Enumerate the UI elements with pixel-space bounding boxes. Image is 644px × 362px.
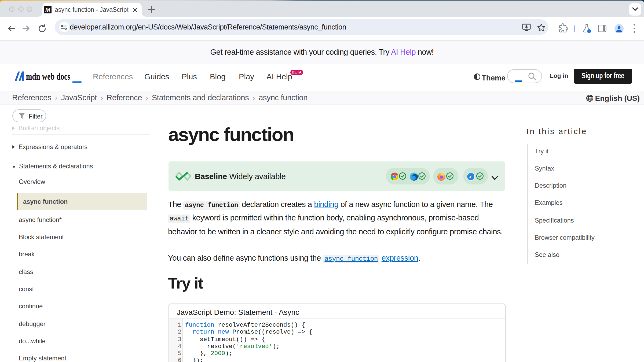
svg-text:mdn web docs: mdn web docs — [26, 71, 70, 82]
